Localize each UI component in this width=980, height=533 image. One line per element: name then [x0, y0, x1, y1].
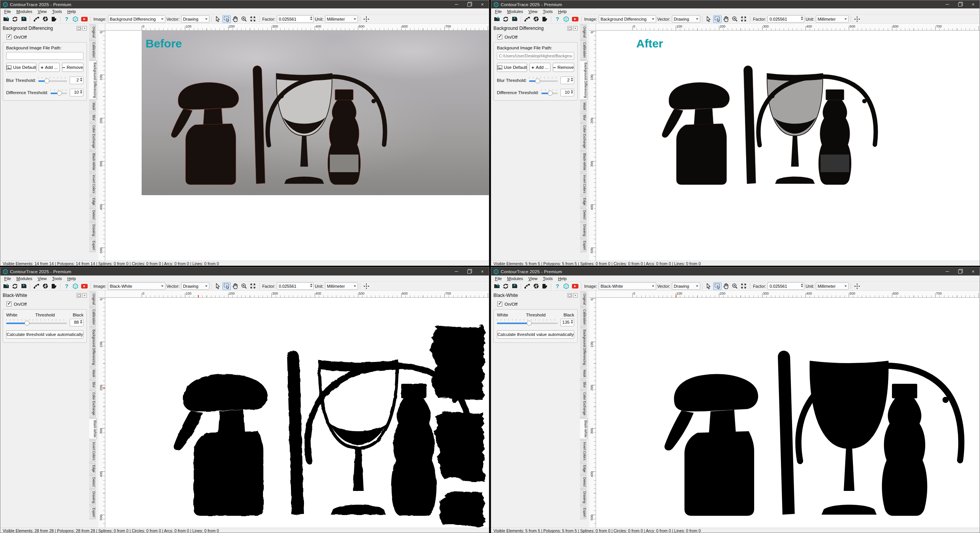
open-image-button[interactable]	[493, 15, 501, 23]
menu-view[interactable]: View	[35, 9, 49, 14]
hexagon-badge-button[interactable]	[71, 15, 80, 23]
tab-invert-colors[interactable]: Invert Colors	[580, 173, 586, 195]
bw-threshold-slider[interactable]	[6, 319, 67, 326]
tab-black-white[interactable]: Black-White	[580, 151, 586, 172]
marquee-select-tool-button[interactable]	[222, 15, 231, 23]
titlebar[interactable]: ContourTrace 2025 - Premium ×	[491, 267, 980, 275]
tab-mask[interactable]: Mask	[580, 101, 586, 112]
slider-handle[interactable]	[527, 321, 532, 326]
panel-float-icon[interactable]	[77, 293, 81, 298]
onoff-checkbox[interactable]: ✓	[497, 302, 502, 306]
restore-button[interactable]	[463, 267, 476, 275]
titlebar[interactable]: ContourTrace 2025 - Premium ×	[491, 0, 980, 8]
reload-button[interactable]	[11, 282, 19, 290]
youtube-button[interactable]	[571, 282, 579, 290]
vector-dropdown[interactable]: Drawing	[672, 282, 700, 290]
tab-black-white[interactable]: Black-White	[89, 418, 97, 439]
cursor-tool-button[interactable]	[704, 15, 713, 23]
aperture-button[interactable]	[41, 15, 49, 23]
tab-color-exchange[interactable]: Color Exchange	[89, 390, 96, 417]
vector-nodes-button[interactable]	[523, 282, 531, 290]
tab-edge[interactable]: Edge	[89, 463, 96, 474]
minimize-button[interactable]	[450, 0, 463, 8]
hexagon-badge-button[interactable]	[562, 282, 570, 290]
vector-nodes-button[interactable]	[523, 15, 531, 23]
spinner-arrows-icon[interactable]	[571, 90, 573, 94]
factor-spinbox[interactable]	[768, 15, 804, 23]
aperture-button[interactable]	[532, 15, 540, 23]
tab-drawing[interactable]: Drawing	[89, 222, 96, 238]
spinner-arrows-icon[interactable]	[571, 78, 573, 81]
menu-tools[interactable]: Tools	[540, 276, 555, 281]
remove-button[interactable]: − Remove	[62, 63, 83, 72]
menu-modules[interactable]: Modules	[14, 9, 35, 14]
bw-threshold-spinbox[interactable]: 135	[560, 319, 574, 326]
tab-invert-colors[interactable]: Invert Colors	[89, 440, 96, 462]
image-canvas[interactable]	[596, 298, 980, 528]
menu-file[interactable]: File	[2, 276, 14, 281]
open-image-button[interactable]	[2, 15, 10, 23]
open-image-button[interactable]	[493, 282, 501, 290]
panel-close-icon[interactable]: ×	[82, 26, 87, 31]
save-export-button[interactable]	[510, 282, 519, 290]
tab-color-exchange[interactable]: Color Exchange	[580, 123, 586, 150]
help-button[interactable]: ?	[62, 282, 71, 290]
slider-handle[interactable]	[535, 78, 540, 83]
close-button[interactable]: ×	[476, 267, 489, 275]
image-export-button[interactable]	[541, 282, 549, 290]
close-button[interactable]: ×	[967, 0, 980, 8]
spinner-arrows-icon[interactable]	[310, 284, 312, 287]
tab-detect[interactable]: Detect	[89, 475, 96, 489]
image-canvas[interactable]	[105, 298, 489, 528]
menu-view[interactable]: View	[526, 9, 540, 14]
unit-dropdown[interactable]: Millimeter	[325, 282, 358, 290]
file-path-input[interactable]	[6, 52, 83, 60]
menu-view[interactable]: View	[526, 276, 540, 281]
titlebar[interactable]: ContourTrace 2025 - Premium ×	[0, 0, 489, 8]
youtube-button[interactable]	[80, 282, 88, 290]
tab-original[interactable]: Original	[580, 292, 586, 306]
pan-hand-tool-button[interactable]	[231, 15, 240, 23]
calculate-threshold-button[interactable]: Calculate threshold value automatically	[6, 330, 83, 339]
tab-mask[interactable]: Mask	[580, 368, 586, 379]
image-dropdown[interactable]: Black-White	[599, 282, 656, 290]
spinner-arrows-icon[interactable]	[80, 90, 82, 94]
hexagon-badge-button[interactable]	[71, 282, 80, 290]
unit-dropdown[interactable]: Millimeter	[325, 15, 358, 23]
tab-mask[interactable]: Mask	[89, 101, 96, 112]
image-export-button[interactable]	[50, 15, 58, 23]
menu-file[interactable]: File	[492, 276, 505, 281]
spinner-arrows-icon[interactable]	[801, 16, 803, 20]
vector-nodes-button[interactable]	[32, 282, 41, 290]
menu-modules[interactable]: Modules	[505, 276, 526, 281]
image-dropdown[interactable]: Background Differencing	[108, 15, 165, 23]
minimize-button[interactable]	[941, 267, 954, 275]
reload-button[interactable]	[501, 282, 510, 290]
use-default-button[interactable]: Use Default	[497, 63, 527, 72]
tab-export[interactable]: Export	[89, 239, 96, 252]
tab-background-differencing[interactable]: Background Differencing	[580, 60, 588, 100]
pan-hand-tool-button[interactable]	[722, 282, 730, 290]
factor-input[interactable]	[277, 17, 307, 21]
open-image-button[interactable]	[2, 282, 10, 290]
youtube-button[interactable]	[571, 15, 579, 23]
difference-threshold-slider[interactable]	[541, 89, 558, 96]
tab-detect[interactable]: Detect	[580, 208, 586, 222]
menu-file[interactable]: File	[492, 9, 505, 14]
origin-crosshair-button[interactable]	[853, 15, 861, 23]
close-button[interactable]: ×	[967, 267, 980, 275]
image-dropdown[interactable]: Black-White	[108, 282, 165, 290]
tab-invert-colors[interactable]: Invert Colors	[580, 440, 586, 462]
save-export-button[interactable]	[510, 15, 519, 23]
help-button[interactable]: ?	[62, 15, 71, 23]
menu-tools[interactable]: Tools	[49, 9, 65, 14]
marquee-select-tool-button[interactable]	[222, 282, 231, 290]
tab-export[interactable]: Export	[580, 506, 586, 519]
panel-float-icon[interactable]	[567, 293, 572, 298]
tab-blur[interactable]: Blur	[89, 380, 96, 390]
tab-invert-colors[interactable]: Invert Colors	[89, 173, 96, 195]
tab-detect[interactable]: Detect	[89, 208, 96, 222]
aperture-button[interactable]	[41, 282, 49, 290]
restore-button[interactable]	[463, 0, 476, 8]
menu-help[interactable]: Help	[65, 276, 79, 281]
